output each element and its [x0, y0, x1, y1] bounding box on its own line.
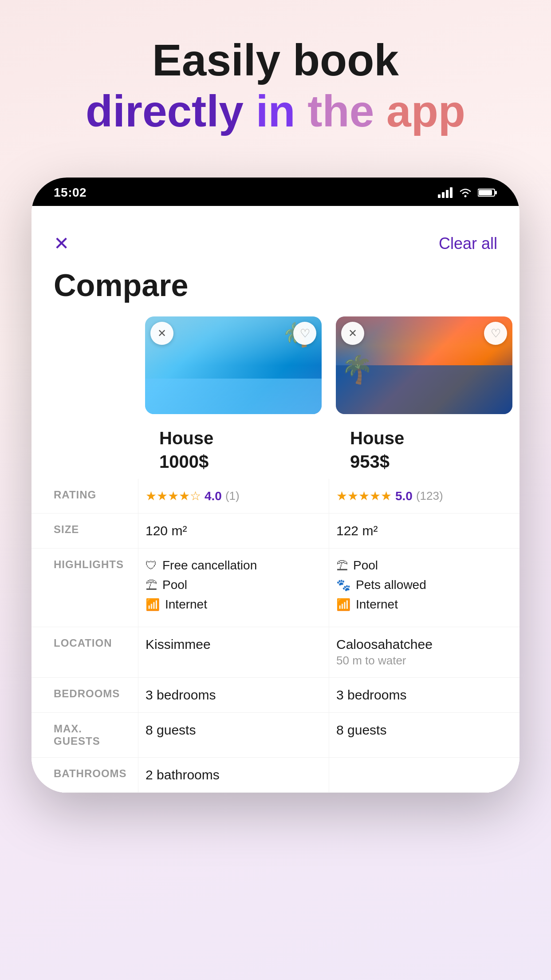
card1-highlight-1: 🛡 Free cancellation	[146, 558, 322, 573]
empty-label-col	[31, 316, 138, 479]
card2-rating: ★★★★★ 5.0 (123)	[329, 479, 520, 514]
card1-h1-text: Free cancellation	[162, 558, 257, 573]
hero-word-directly: directly	[86, 86, 244, 136]
svg-rect-0	[438, 194, 441, 198]
card2-stars: ★★★★★	[336, 489, 392, 503]
palm2: 🌴	[338, 351, 376, 387]
svg-point-4	[464, 195, 467, 198]
phone-wrapper: 15:02	[0, 178, 551, 793]
card2-h2-text: Pets allowed	[356, 578, 426, 592]
card2-rating-count: (123)	[416, 489, 443, 503]
card2-bedrooms-val: 3 bedrooms	[336, 688, 406, 702]
signal-icon	[438, 187, 453, 198]
card1-guests-val: 8 guests	[146, 723, 196, 737]
card2-bedrooms: 3 bedrooms	[329, 678, 520, 713]
card2-location-val: Caloosahatchee	[336, 637, 512, 652]
card2-favorite-button[interactable]: ♡	[484, 322, 507, 345]
card1-remove-button[interactable]: ✕	[150, 322, 173, 345]
hero-word-the: the	[307, 86, 374, 136]
label-bathrooms: BATHROOMS	[31, 758, 138, 793]
card2-h1-text: Pool	[353, 558, 378, 573]
wifi-icon	[458, 187, 472, 198]
top-bar: ✕ Clear all	[31, 219, 520, 263]
card2-location-sub: 50 m to water	[336, 654, 512, 668]
notch-area	[31, 206, 520, 219]
app-content: ✕ Clear all Compare 🌴	[31, 219, 520, 793]
card2-remove-button[interactable]: ✕	[341, 322, 364, 345]
card2-image: 🌴 ✕ ♡	[336, 316, 512, 414]
svg-rect-7	[495, 191, 497, 194]
card1-location-val: Kissimmee	[146, 637, 322, 652]
card1-location: Kissimmee	[138, 627, 329, 678]
hero-line1: Easily book	[27, 36, 524, 84]
label-highlights: HIGHLIGHTS	[31, 549, 138, 627]
label-rating: RATING	[31, 479, 138, 514]
card1-highlights: 🛡 Free cancellation ⛱ Pool 📶 Internet	[138, 549, 329, 627]
card1-stars-row: ★★★★☆ 4.0 (1)	[146, 489, 322, 503]
page-title: Compare	[31, 263, 520, 316]
card2-size: 122 m²	[329, 514, 520, 549]
card2-type: House	[343, 419, 505, 450]
card1-highlight-3: 📶 Internet	[146, 597, 322, 612]
hero-line2: directly in the app	[27, 84, 524, 138]
close-button[interactable]: ✕	[54, 233, 69, 254]
card1-rating-count: (1)	[225, 489, 240, 503]
card2-highlights: ⛱ Pool 🐾 Pets allowed 📶 Internet	[329, 549, 520, 627]
card2-col: 🌴 ✕ ♡ House 953$	[329, 316, 520, 479]
cards-row: 🌴 ✕ ♡ House 1000$	[31, 316, 520, 479]
label-size: SIZE	[31, 514, 138, 549]
card1-bathrooms: 2 bathrooms	[138, 758, 329, 793]
card2-h3-text: Internet	[356, 597, 398, 612]
card1-bedrooms: 3 bedrooms	[138, 678, 329, 713]
card1-stars: ★★★★☆	[146, 489, 201, 503]
svg-rect-1	[442, 192, 445, 198]
card2-bathrooms	[329, 758, 520, 793]
card1-max-guests: 8 guests	[138, 713, 329, 758]
svg-rect-2	[446, 190, 449, 198]
battery-icon	[478, 188, 497, 198]
card1-bathrooms-val: 2 bathrooms	[146, 767, 220, 782]
card2-max-guests: 8 guests	[329, 713, 520, 758]
card2-guests-val: 8 guests	[336, 723, 386, 737]
card1-image: 🌴 ✕ ♡	[145, 316, 322, 414]
card1-col: 🌴 ✕ ♡ House 1000$	[138, 316, 329, 479]
status-time: 15:02	[54, 186, 87, 200]
card1-info: House 1000$	[145, 414, 322, 479]
wifi-icon-c1: 📶	[146, 598, 160, 612]
paw-icon-c2: 🐾	[336, 578, 350, 592]
wifi-icon-c2: 📶	[336, 598, 350, 612]
hero-word-in: in	[256, 86, 295, 136]
card2-rating-val: 5.0	[395, 489, 413, 503]
card2-highlight-1: ⛱ Pool	[336, 558, 512, 573]
label-max-guests: MAX. GUESTS	[31, 713, 138, 758]
card1-rating: ★★★★☆ 4.0 (1)	[138, 479, 329, 514]
card2-size-val: 122 m²	[336, 523, 378, 538]
card1-highlight-2: ⛱ Pool	[146, 578, 322, 592]
card1-size: 120 m²	[138, 514, 329, 549]
clear-all-button[interactable]: Clear all	[439, 234, 497, 253]
hero-section: Easily book directly in the app	[0, 0, 551, 164]
status-icons	[438, 187, 497, 198]
card1-h2-text: Pool	[162, 578, 187, 592]
compare-grid: RATING ★★★★☆ 4.0 (1) ★★★★★ 5.0 (123)	[31, 479, 520, 793]
card2-highlight-3: 📶 Internet	[336, 597, 512, 612]
card1-size-val: 120 m²	[146, 523, 187, 538]
card1-h3-text: Internet	[165, 597, 207, 612]
phone-mockup: 15:02	[31, 178, 520, 793]
property-card-1: 🌴 ✕ ♡ House 1000$	[145, 316, 322, 479]
status-bar: 15:02	[31, 178, 520, 206]
property-card-2: 🌴 ✕ ♡ House 953$	[336, 316, 512, 479]
card2-stars-row: ★★★★★ 5.0 (123)	[336, 489, 512, 503]
shield-icon-c1: 🛡	[146, 559, 157, 573]
card1-bedrooms-val: 3 bedrooms	[146, 688, 216, 702]
card1-rating-val: 4.0	[205, 489, 222, 503]
card2-info: House 953$	[336, 414, 512, 479]
card2-price: 953$	[343, 450, 505, 479]
card2-location: Caloosahatchee 50 m to water	[329, 627, 520, 678]
pool-icon-c1: ⛱	[146, 578, 157, 592]
pool-icon-c2: ⛱	[336, 559, 348, 573]
label-location: LOCATION	[31, 627, 138, 678]
hero-word-app: app	[386, 86, 465, 136]
card1-favorite-button[interactable]: ♡	[293, 322, 316, 345]
card2-highlight-2: 🐾 Pets allowed	[336, 578, 512, 592]
